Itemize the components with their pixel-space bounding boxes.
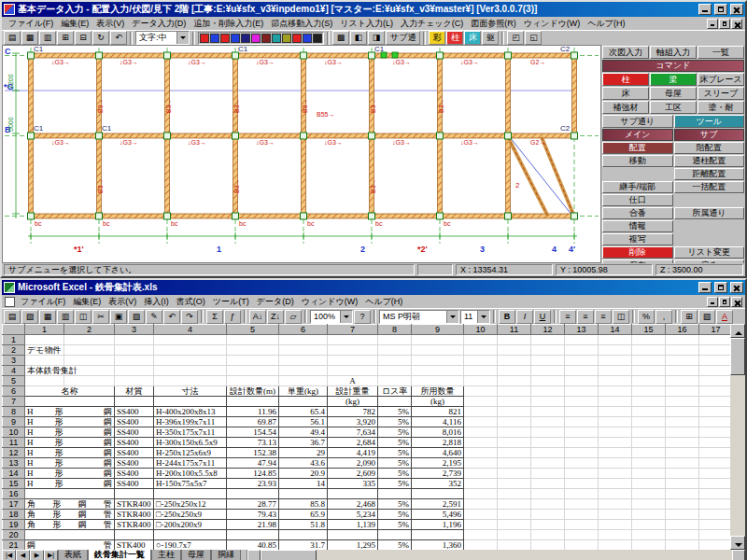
cell[interactable] [632,335,666,345]
cell[interactable] [464,345,498,356]
action-距離配置-button[interactable]: 距離配置 [674,168,745,180]
cell[interactable] [464,489,498,499]
cell[interactable] [565,427,599,438]
cell[interactable] [498,458,531,469]
fill-color-icon[interactable]: ▧ [698,310,715,324]
row-header-13[interactable]: 13 [3,458,25,469]
cell[interactable] [498,427,531,438]
column-header-9[interactable]: 9 [412,325,464,335]
cell[interactable] [498,345,531,356]
chevron-down-icon[interactable] [340,311,352,323]
excel-menu-5[interactable]: ツール(T) [209,295,253,309]
row-header-18[interactable]: 18 [3,510,25,520]
cell[interactable] [565,356,599,366]
excel-menu-1[interactable]: 編集(E) [69,295,105,309]
cell[interactable] [531,540,565,551]
view-corner-icon[interactable]: ◰ [507,31,524,45]
cell[interactable] [666,510,699,520]
panel-次図入力-button[interactable]: 次図入力 [602,46,649,59]
bold-icon[interactable]: B [499,310,515,324]
color-swatch-6[interactable] [261,34,271,43]
cell[interactable] [154,376,227,386]
cell[interactable] [464,386,498,397]
cell[interactable]: 7,634 [328,427,378,438]
cad-menu-6[interactable]: リスト入力(L) [336,17,397,31]
cell[interactable] [25,376,64,386]
column-header-2[interactable]: 2 [64,325,115,335]
cell[interactable]: STKR400 [115,499,154,510]
column-header-13[interactable]: 13 [565,325,599,335]
chart-wizard-icon[interactable]: ▱ [285,310,302,324]
cell[interactable] [599,407,632,417]
align-left-icon[interactable]: ≡ [559,310,576,324]
cell[interactable]: H 形 鋼 [25,458,115,469]
cell[interactable] [599,448,632,458]
cell[interactable] [498,356,531,366]
cad-maximize-button[interactable] [714,4,727,15]
cell[interactable] [599,397,632,407]
align-right-icon[interactable]: ≡ [595,310,612,324]
action-継手/端部-button[interactable]: 継手/端部 [602,181,673,193]
cad-menu-7[interactable]: 入力チェック(C) [397,17,467,31]
horizontal-scrollbar[interactable] [247,550,745,560]
action-階配置-button[interactable]: 階配置 [674,142,745,154]
cell[interactable] [699,530,733,540]
cell[interactable] [531,479,565,489]
cad-menu-3[interactable]: データ入力(D) [128,17,190,31]
color-swatch-10[interactable] [303,34,312,43]
cell[interactable]: 鋼 管 [25,540,115,551]
command-床-button[interactable]: 床 [602,87,649,100]
cell[interactable] [328,489,378,499]
cell[interactable]: H 形 鋼 [25,469,115,479]
cell[interactable] [565,469,599,479]
view-corner2-icon[interactable]: ◱ [525,31,542,45]
cell[interactable]: □-200x200x9 [154,520,227,530]
font-size-combo[interactable]: 11 [460,310,490,324]
cell[interactable] [565,397,599,407]
cell[interactable] [666,458,699,469]
cell[interactable]: STKR400 [115,510,154,520]
cell[interactable] [699,499,733,510]
column-header-14[interactable]: 14 [599,325,632,335]
action-所属通り-button[interactable]: 所属通り [674,207,745,219]
cad-menu-8[interactable]: 図面参照(R) [467,17,520,31]
cad-titlebar[interactable]: 基本データ入力 - 配置入力/伏図/見下 2階 [工事:E:¥u¥sfx_v3¥… [2,2,745,17]
font-combo[interactable]: MS P明朝 [379,310,459,324]
cell[interactable]: 1,196 [412,520,464,530]
cell[interactable] [666,469,699,479]
cell[interactable] [464,499,498,510]
cell[interactable] [599,417,632,427]
cell[interactable]: 154.54 [227,427,279,438]
cell[interactable] [632,386,666,397]
cell[interactable] [632,448,666,458]
undo-icon[interactable]: ↶ [110,31,127,45]
row-header-20[interactable]: 20 [3,530,25,540]
cell[interactable]: ○-190.7x7 [154,540,227,551]
cell[interactable]: 2,591 [412,499,464,510]
panel-一覧-button[interactable]: 一覧 [698,46,744,59]
cell[interactable]: H-200x100x5.5x8 [154,469,227,479]
cell[interactable] [498,520,531,530]
paste-icon[interactable]: ▨ [128,310,145,324]
color-swatch-1[interactable] [210,34,219,43]
layer-button-床[interactable]: 床 [464,31,481,45]
cell[interactable]: H 形 鋼 [25,407,115,417]
borders-icon[interactable]: ⊞ [681,310,698,324]
align-center-icon[interactable]: ≡ [577,310,594,324]
sheet-tab-胴縁[interactable]: 胴縁 [211,550,241,560]
cut-icon[interactable]: ✂ [92,310,109,324]
cell[interactable]: 5% [378,479,412,489]
cell[interactable]: 5% [378,469,412,479]
cad-doc-minimize-button[interactable] [707,19,718,29]
cell[interactable] [632,499,666,510]
command-床ブレース-button[interactable]: 床ブレース [698,73,744,86]
cell[interactable] [699,417,733,427]
cell[interactable] [378,345,412,356]
cell[interactable]: H-244x175x7x11 [154,458,227,469]
cell[interactable]: 5% [378,407,412,417]
cell[interactable] [666,427,699,438]
cell[interactable]: 4,419 [328,448,378,458]
cell[interactable]: 65.9 [279,510,328,520]
cell[interactable] [115,376,154,386]
cell[interactable] [412,489,464,499]
